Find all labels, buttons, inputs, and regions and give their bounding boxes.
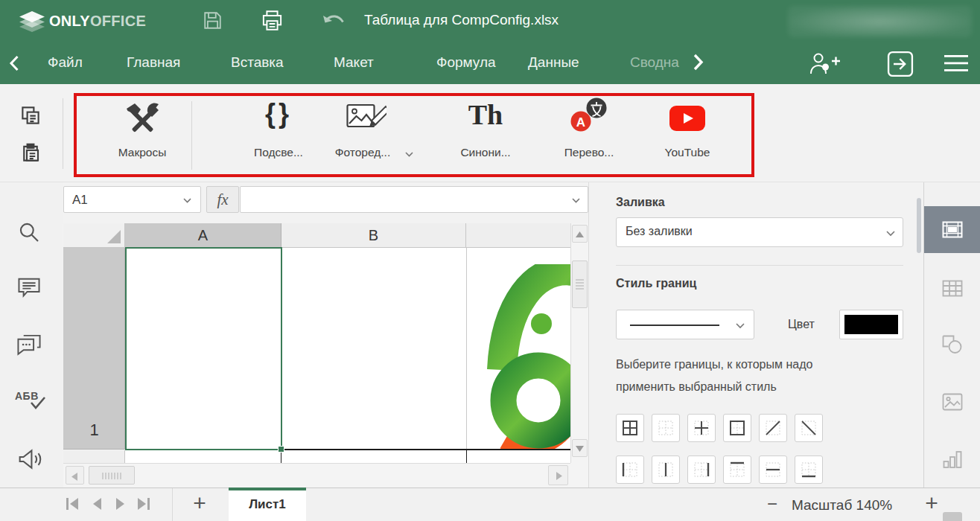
border-btn-inner-horizontal[interactable] [759,456,787,484]
feedback-icon[interactable] [17,448,42,470]
scroll-up-icon[interactable] [572,225,588,243]
horizontal-scrollbar[interactable] [63,463,570,488]
table-settings-tab[interactable] [924,277,980,302]
border-btn-diagonal-up[interactable] [759,414,787,442]
border-style-line-sample [630,325,719,326]
border-color-swatch-fill [844,315,898,334]
column-header-a[interactable]: A [125,223,281,248]
spellcheck-icon[interactable]: АБВ [13,390,48,414]
toolbar-divider [63,98,63,169]
undo-button[interactable] [322,13,346,31]
column-header-a-label: A [198,227,208,243]
border-btn-outside[interactable] [723,414,751,442]
chart-settings-icon [943,450,962,470]
zoom-level-label[interactable]: Масштаб 140% [792,497,892,514]
shape-settings-tab[interactable] [924,332,980,359]
sheet-nav-last-icon[interactable] [136,496,152,511]
brand-office: OFFICE [90,13,146,29]
scroll-down-icon[interactable] [572,439,588,457]
copy-button[interactable] [19,104,42,127]
border-color-swatch[interactable] [839,310,903,339]
statusbar-divider [172,488,173,521]
image-settings-icon [942,393,963,411]
tab-layout[interactable]: Макет [334,54,374,71]
add-user-icon[interactable] [809,52,844,77]
cell-border-bottom-row1 [281,449,570,450]
hamburger-menu-icon[interactable] [944,55,968,73]
border-btn-none[interactable] [652,414,680,442]
scroll-left-icon[interactable] [66,466,84,485]
formula-input[interactable] [240,186,588,213]
cell-selection-handle[interactable] [278,446,284,453]
cell-settings-tab[interactable] [924,206,980,253]
comments-icon[interactable] [17,277,41,299]
shape-settings-icon [942,335,963,354]
border-btn-left[interactable] [616,456,644,484]
image-settings-tab[interactable] [924,390,980,415]
search-icon[interactable] [17,220,41,244]
table-settings-icon [942,280,963,297]
column-header-b-label: B [369,227,378,243]
border-btn-inner-vertical[interactable] [652,456,680,484]
inserted-image[interactable] [468,264,570,450]
row-header-1[interactable]: 1 [63,248,125,450]
border-btn-right[interactable] [687,456,716,484]
sheet-nav-prev-icon[interactable] [89,496,104,511]
spreadsheet-editor-window: ONLYOFFICE Таблица для CompConfig.xlsx Ф… [0,0,980,521]
border-btn-diagonal-down[interactable] [795,414,823,442]
fill-select-chevron-icon [886,231,895,237]
panel-scrollbar-thumb[interactable] [917,198,921,253]
paste-button[interactable] [19,141,42,164]
tabs-scroll-right-icon[interactable] [693,54,704,71]
fill-select[interactable]: Без заливки [616,217,903,247]
cell-name-box[interactable]: A1 [63,186,201,213]
add-sheet-button[interactable]: + [188,490,211,516]
zoom-in-button[interactable]: + [920,490,944,516]
border-hint-line1: Выберите границы, к которым надо [616,358,812,371]
open-file-location-icon[interactable] [887,51,914,77]
horizontal-scroll-thumb[interactable] [89,466,135,485]
border-style-select[interactable] [616,310,754,339]
fx-button[interactable]: fx [206,186,239,213]
border-btn-top[interactable] [723,456,751,484]
tab-file[interactable]: Файл [48,54,83,71]
row-header-2-partial[interactable] [63,450,125,463]
tab-pivot-truncated[interactable]: Сводна [630,54,679,71]
print-button[interactable] [261,9,284,32]
border-btn-all[interactable] [616,414,644,442]
sheet-nav-next-icon[interactable] [113,496,128,511]
panel-divider [616,265,903,266]
sheet-tab-list1[interactable]: Лист1 [229,488,306,521]
chart-settings-tab[interactable] [924,447,980,473]
column-header-b[interactable]: B [281,223,466,248]
zoom-out-button[interactable]: − [761,493,783,514]
scroll-right-icon[interactable] [548,465,568,485]
formula-value [241,193,246,205]
plugins-highlight-rectangle [74,93,754,177]
sheet-tab-label: Лист1 [249,497,286,511]
border-btn-inside[interactable] [687,414,716,442]
column-header-partial[interactable] [466,223,570,248]
cell-selection-outline [125,247,282,450]
tabs-scroll-left-icon[interactable] [9,55,19,71]
fill-heading: Заливка [616,196,665,209]
border-btn-bottom[interactable] [795,456,823,484]
border-style-heading: Стиль границ [616,277,696,290]
tab-home[interactable]: Главная [127,54,180,71]
tab-formula[interactable]: Формула [436,54,496,71]
tab-data[interactable]: Данные [528,54,579,71]
gridline-v-bc [466,248,467,450]
select-all-corner[interactable] [63,223,125,248]
vertical-scroll-thumb[interactable] [572,260,588,308]
user-badge-blurred [788,6,972,37]
vertical-scrollbar[interactable] [570,223,588,463]
tab-insert[interactable]: Вставка [231,54,284,71]
corner-artifact [943,512,962,521]
formula-expand-chevron-icon [572,198,580,203]
name-box-chevron-icon [183,198,191,203]
chat-icon[interactable] [16,333,42,356]
row-header-1-label: 1 [63,421,125,440]
brand-name: ONLYOFFICE [49,13,146,30]
save-button[interactable] [202,10,223,31]
sheet-nav-first-icon[interactable] [64,496,80,511]
